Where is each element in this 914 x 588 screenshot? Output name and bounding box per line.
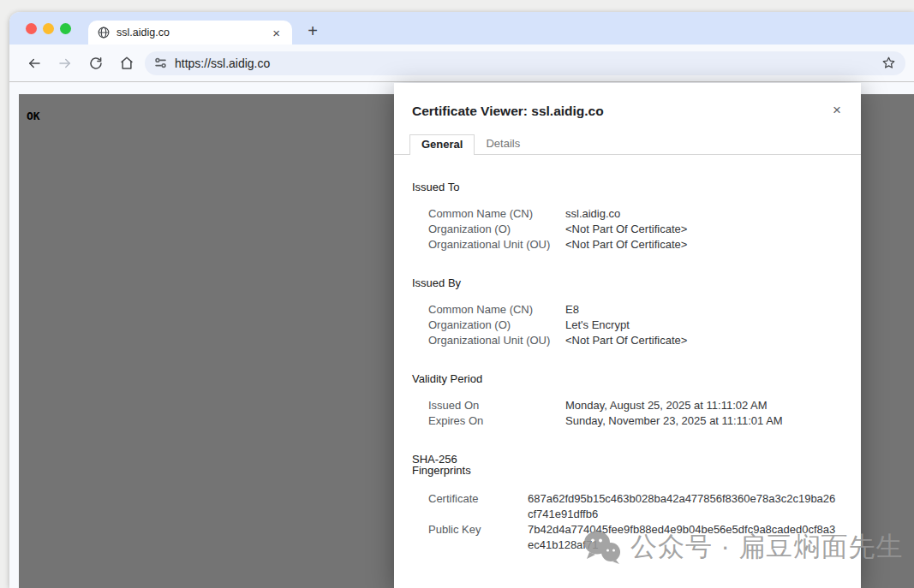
site-settings-icon[interactable] [154, 56, 167, 69]
minimize-window-button[interactable] [43, 23, 54, 34]
field-value: Sunday, November 23, 2025 at 11:11:01 AM [565, 413, 843, 429]
bookmark-star-icon[interactable] [881, 56, 896, 70]
section-heading: Validity Period [412, 373, 843, 385]
address-bar[interactable]: https://ssl.aidig.co [145, 51, 905, 75]
field-label: Certificate [428, 491, 528, 522]
home-button[interactable] [114, 51, 139, 75]
section-heading: Issued By [412, 277, 843, 289]
fingerprint-line: 687a62fd95b15c463b028ba42a477856f8360e78… [528, 491, 843, 507]
fingerprint-line: cf741e91dffb6 [528, 507, 843, 522]
url-text: https://ssl.aidig.co [175, 56, 270, 70]
field-label: Issued On [428, 398, 565, 413]
cert-field-row: Common Name (CN) E8 [412, 302, 843, 318]
dialog-header: Certificate Viewer: ssl.aidig.co × [394, 83, 861, 131]
forward-button[interactable] [52, 51, 77, 75]
field-label: Organizational Unit (OU) [428, 333, 565, 348]
cert-field-row: Expires On Sunday, November 23, 2025 at … [412, 413, 843, 429]
cert-field-row: Common Name (CN) ssl.aidig.co [412, 206, 843, 222]
certificate-viewer-dialog: Certificate Viewer: ssl.aidig.co × Gener… [394, 83, 861, 588]
cert-field-row: Public Key 7b42d4a774045fee9fb88ed4e9b04… [412, 522, 843, 553]
section-heading: Issued To [412, 181, 843, 193]
fingerprint-line: ec41b128af71 [528, 538, 843, 553]
tab-close-icon[interactable]: × [269, 25, 284, 41]
browser-tab[interactable]: ssl.aidig.co × [88, 21, 292, 45]
section-validity-period: Validity Period Issued On Monday, August… [412, 373, 843, 429]
field-label: Common Name (CN) [428, 302, 565, 318]
section-issued-by: Issued By Common Name (CN) E8 Organizati… [412, 277, 843, 348]
globe-icon [98, 27, 110, 39]
tab-strip: ssl.aidig.co × + [9, 12, 914, 45]
page-body-text: OK [27, 110, 40, 122]
tab-general[interactable]: General [409, 134, 475, 155]
fingerprint-line: 7b42d4a774045fee9fb88ed4e9b04be56e5dfc9a… [528, 522, 843, 538]
field-value: ssl.aidig.co [565, 206, 843, 222]
section-heading: SHA-256 Fingerprints [412, 454, 493, 476]
tab-title: ssl.aidig.co [116, 27, 269, 39]
cert-field-row: Certificate 687a62fd95b15c463b028ba42a47… [412, 491, 843, 522]
dialog-title: Certificate Viewer: ssl.aidig.co [412, 104, 843, 119]
field-label: Public Key [428, 522, 528, 553]
field-label: Common Name (CN) [428, 206, 565, 222]
dialog-tabbar: General Details [394, 134, 861, 155]
field-value: Monday, August 25, 2025 at 11:11:02 AM [565, 398, 843, 413]
browser-toolbar: https://ssl.aidig.co [9, 45, 914, 82]
field-value: <Not Part Of Certificate> [565, 237, 843, 252]
field-value: Let's Encrypt [565, 318, 843, 333]
cert-field-row: Issued On Monday, August 25, 2025 at 11:… [412, 398, 843, 413]
traffic-lights [26, 23, 71, 34]
dialog-close-icon[interactable]: × [829, 101, 845, 119]
reload-button[interactable] [83, 51, 108, 75]
section-sha256-fingerprints: SHA-256 Fingerprints Certificate 687a62f… [412, 454, 843, 553]
field-label: Organization (O) [428, 318, 565, 333]
field-label: Organizational Unit (OU) [428, 237, 565, 252]
cert-field-row: Organizational Unit (OU) <Not Part Of Ce… [412, 237, 843, 252]
dialog-body: Issued To Common Name (CN) ssl.aidig.co … [394, 155, 861, 553]
cert-field-row: Organizational Unit (OU) <Not Part Of Ce… [412, 333, 843, 348]
field-value: <Not Part Of Certificate> [565, 222, 843, 237]
zoom-window-button[interactable] [60, 23, 71, 34]
cert-field-row: Organization (O) Let's Encrypt [412, 318, 843, 333]
field-label: Expires On [428, 413, 565, 429]
fingerprint-value: 687a62fd95b15c463b028ba42a477856f8360e78… [528, 491, 843, 522]
tab-details[interactable]: Details [475, 134, 531, 154]
field-value: E8 [565, 302, 843, 318]
new-tab-button[interactable]: + [301, 20, 325, 44]
field-value: <Not Part Of Certificate> [565, 333, 843, 348]
back-button[interactable] [21, 51, 46, 75]
cert-field-row: Organization (O) <Not Part Of Certificat… [412, 222, 843, 237]
field-label: Organization (O) [428, 222, 565, 237]
close-window-button[interactable] [26, 23, 37, 34]
section-issued-to: Issued To Common Name (CN) ssl.aidig.co … [412, 181, 843, 252]
fingerprint-value: 7b42d4a774045fee9fb88ed4e9b04be56e5dfc9a… [528, 522, 843, 553]
